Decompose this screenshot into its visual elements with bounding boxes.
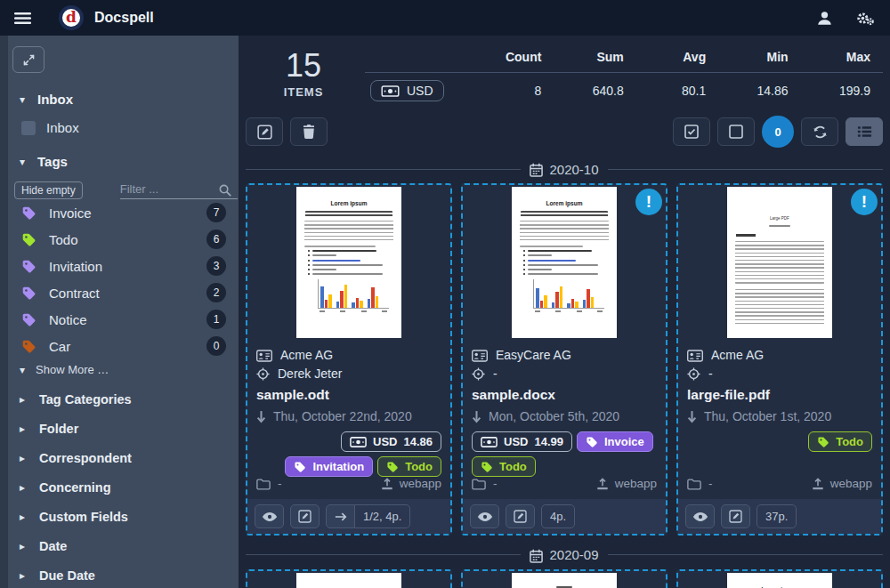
chevron-right-icon: ▸ xyxy=(20,481,28,494)
stats-val-avg: 80.1 xyxy=(636,73,718,101)
tag-icon xyxy=(21,311,36,327)
sidebar-section-folder[interactable]: ▸ Folder xyxy=(20,414,239,443)
folder-icon xyxy=(687,477,701,490)
concerning-row: - xyxy=(687,364,872,383)
tag-filter-input[interactable] xyxy=(120,182,218,196)
concerning-row: - xyxy=(472,364,657,383)
tag-icon xyxy=(21,285,36,301)
tag-badge-todo[interactable]: Todo xyxy=(472,456,536,477)
document-preview[interactable]: Large PDF xyxy=(678,185,881,339)
stats-col-max: Max xyxy=(801,44,883,73)
item-card-sample-docx[interactable]: ! Lorem ipsum xyxy=(461,183,668,536)
document-preview[interactable]: Lorem ipsum xyxy=(678,571,881,588)
edit-item-button[interactable] xyxy=(506,504,535,528)
sidebar-section-concerning[interactable]: ▸ Concerning xyxy=(20,472,239,502)
edit-items-button[interactable] xyxy=(246,117,283,146)
tag-badge-invitation[interactable]: Invitation xyxy=(285,456,373,477)
view-item-button[interactable] xyxy=(255,504,284,528)
top-navbar: d Docspell xyxy=(0,0,890,36)
correspondent-row: Acme AG xyxy=(256,345,441,364)
view-item-button[interactable] xyxy=(470,504,499,528)
stats-val-count: 8 xyxy=(472,73,554,101)
sidebar-section-date[interactable]: ▸ Date xyxy=(20,531,239,560)
inbox-checkbox-item[interactable]: Inbox xyxy=(21,120,239,135)
item-card[interactable] xyxy=(246,569,452,588)
selected-count-badge[interactable]: 0 xyxy=(762,116,794,148)
item-card[interactable] xyxy=(461,569,668,588)
search-icon xyxy=(218,181,231,197)
tag-item-car[interactable]: Car 0 xyxy=(21,333,226,359)
tag-badge-invoice[interactable]: Invoice xyxy=(577,431,653,452)
item-date-row: Mon, October 5th, 2020 xyxy=(472,407,657,426)
document-preview[interactable]: Lorem ipsum xyxy=(463,185,666,339)
edit-item-button[interactable] xyxy=(721,504,750,528)
upload-source-icon xyxy=(812,477,824,490)
sidebar-section-custom-fields[interactable]: ▸ Custom Fields xyxy=(20,502,239,531)
sidebar-section-due-date[interactable]: ▸ Due Date xyxy=(20,560,239,588)
correspondent-row: Acme AG xyxy=(687,345,872,364)
sidebar-section-inbox[interactable]: ▾ Inbox xyxy=(20,92,239,107)
tag-icon xyxy=(21,258,36,274)
chevron-right-icon: ▸ xyxy=(20,393,28,406)
chevron-right-icon: ▸ xyxy=(20,511,28,523)
menu-hamburger-icon[interactable] xyxy=(9,4,36,31)
stats-col-sum: Sum xyxy=(554,44,635,73)
list-view-toggle-button[interactable] xyxy=(846,117,883,146)
tag-filter-field[interactable] xyxy=(120,181,238,199)
folder-value: - xyxy=(708,477,713,490)
view-item-button[interactable] xyxy=(685,504,715,528)
document-preview[interactable]: Lorem ipsum xyxy=(247,185,450,339)
show-more-tags[interactable]: ▾ Show More … xyxy=(20,363,239,376)
tag-item-notice[interactable]: Notice 1 xyxy=(21,306,226,333)
inbox-checkbox[interactable] xyxy=(21,121,36,135)
sidebar-section-tag-categories[interactable]: ▸ Tag Categories xyxy=(20,384,239,414)
deselect-all-button[interactable] xyxy=(717,117,755,146)
select-all-button[interactable] xyxy=(673,117,710,146)
sidebar-section-tags[interactable]: ▾ Tags xyxy=(20,154,239,169)
folder-icon xyxy=(256,477,271,490)
document-preview[interactable] xyxy=(247,571,450,588)
tag-item-contract[interactable]: Contract 2 xyxy=(21,279,226,306)
item-card-sample-odt[interactable]: Lorem ipsum xyxy=(246,183,452,536)
next-attachment-button[interactable] xyxy=(326,504,355,528)
crosshairs-icon xyxy=(687,366,700,381)
delete-items-button[interactable] xyxy=(290,117,328,146)
chevron-down-icon: ▾ xyxy=(20,156,28,168)
upload-source-icon xyxy=(596,477,609,490)
concerning-row: Derek Jeter xyxy=(256,364,441,383)
settings-gears-icon[interactable] xyxy=(855,10,874,26)
stats-val-min: 14.86 xyxy=(718,73,800,101)
item-card[interactable]: Lorem ipsum xyxy=(676,569,883,588)
card-footer: 37p. xyxy=(678,499,881,534)
refresh-button[interactable] xyxy=(801,117,838,146)
page-count-label: 4p. xyxy=(541,504,575,528)
chevron-right-icon: ▸ xyxy=(20,540,28,552)
address-card-icon xyxy=(687,347,703,361)
document-preview[interactable] xyxy=(463,571,666,588)
currency-badge[interactable]: USD xyxy=(370,80,444,101)
page-count-label: 1/2, 4p. xyxy=(355,504,410,528)
stats-val-sum: 640.8 xyxy=(554,73,635,101)
tag-badge-todo[interactable]: Todo xyxy=(808,431,872,452)
item-title[interactable]: sample.odt xyxy=(256,387,441,403)
tag-item-invitation[interactable]: Invitation 3 xyxy=(21,253,226,279)
tag-item-todo[interactable]: Todo 6 xyxy=(21,226,226,253)
hide-empty-button[interactable]: Hide empty xyxy=(14,181,83,199)
item-title[interactable]: sample.docx xyxy=(472,387,657,403)
source-value: webapp xyxy=(615,477,657,490)
tag-badge-todo[interactable]: Todo xyxy=(377,456,441,477)
app-title: Docspell xyxy=(94,10,154,26)
docspell-logo: d xyxy=(59,5,84,30)
tag-icon xyxy=(21,205,36,221)
tag-icon xyxy=(21,231,36,247)
preview-title: Lorem ipsum xyxy=(303,200,394,206)
folder-value: - xyxy=(278,477,282,490)
item-title[interactable]: large-file.pdf xyxy=(687,387,872,403)
sidebar-section-correspondent[interactable]: ▸ Correspondent xyxy=(20,443,239,472)
item-card-large-file-pdf[interactable]: ! Large PDF Acme AG xyxy=(676,183,883,536)
sidebar-expand-button[interactable] xyxy=(12,46,44,73)
user-icon[interactable] xyxy=(817,10,832,26)
tag-count-badge: 2 xyxy=(206,283,226,302)
edit-item-button[interactable] xyxy=(290,504,320,528)
tag-item-invoice[interactable]: Invoice 7 xyxy=(21,199,226,226)
